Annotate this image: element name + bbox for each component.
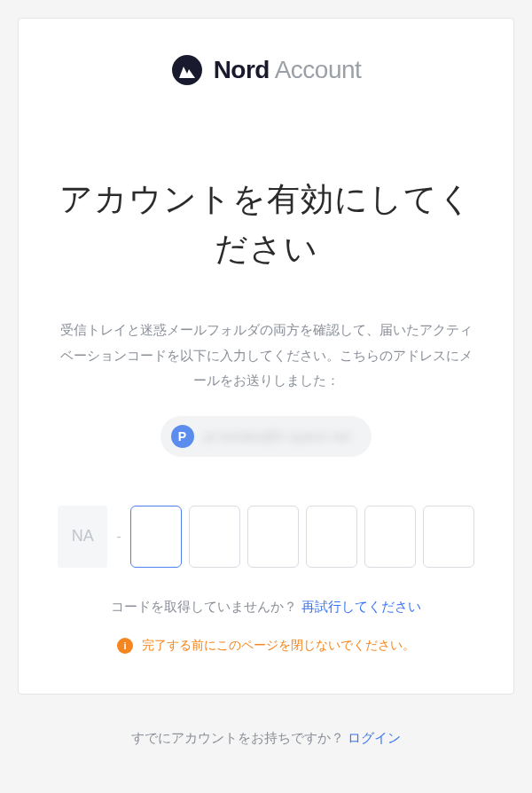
logo: Nord Account bbox=[171, 54, 362, 86]
svg-point-0 bbox=[172, 55, 202, 85]
info-icon: i bbox=[117, 638, 133, 654]
footer: すでにアカウントをお持ちですか？ ログイン bbox=[131, 730, 401, 747]
warning-text: 完了する前にこのページを閉じないでください。 bbox=[142, 638, 415, 654]
nord-logo-icon bbox=[171, 54, 203, 86]
login-link[interactable]: ログイン bbox=[348, 731, 401, 745]
activation-card: Nord Account アカウントを有効にしてください 受信トレイと迷惑メール… bbox=[18, 18, 514, 695]
code-dash: - bbox=[116, 529, 121, 545]
logo-text: Nord Account bbox=[214, 56, 362, 84]
code-input-6[interactable] bbox=[423, 506, 474, 568]
footer-prompt: すでにアカウントをお持ちですか？ bbox=[131, 731, 344, 745]
code-input-3[interactable] bbox=[247, 506, 299, 568]
email-address: pr.kotaka@b-space.net bbox=[205, 428, 351, 444]
code-input-2[interactable] bbox=[189, 506, 240, 568]
retry-link[interactable]: 再試行してください bbox=[301, 600, 421, 614]
code-prefix: NA bbox=[58, 506, 107, 568]
email-avatar: P bbox=[171, 425, 194, 448]
retry-row: コードを取得していませんか？ 再試行してください bbox=[111, 599, 420, 616]
code-input-4[interactable] bbox=[306, 506, 357, 568]
page-title: アカウントを有効にしてください bbox=[50, 175, 482, 273]
instructions-text: 受信トレイと迷惑メールフォルダの両方を確認して、届いたアクティベーションコードを… bbox=[50, 318, 482, 394]
code-entry-row: NA - bbox=[50, 506, 482, 568]
email-pill: P pr.kotaka@b-space.net bbox=[160, 416, 372, 457]
code-input-1[interactable] bbox=[130, 506, 182, 568]
warning-row: i 完了する前にこのページを閉じないでください。 bbox=[117, 638, 415, 654]
retry-prompt: コードを取得していませんか？ bbox=[111, 600, 297, 614]
logo-nord-text: Nord bbox=[214, 56, 270, 83]
code-input-5[interactable] bbox=[364, 506, 416, 568]
logo-account-text: Account bbox=[275, 56, 362, 83]
